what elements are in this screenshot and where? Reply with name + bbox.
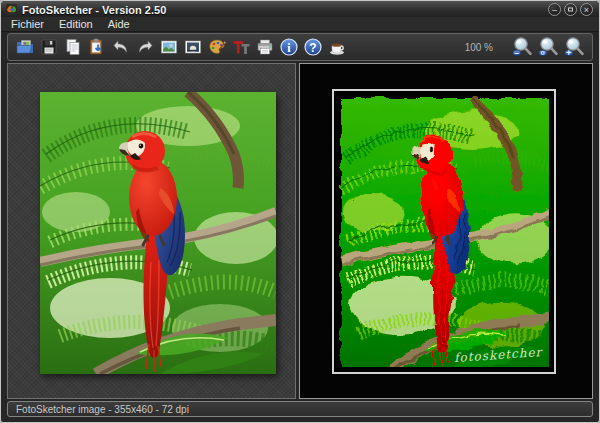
minimize-glyph: – xyxy=(552,4,557,14)
help-icon: ? xyxy=(303,37,323,57)
copy-icon xyxy=(63,37,83,57)
app-logo-icon xyxy=(6,4,17,15)
photo-landscape-icon xyxy=(159,37,179,57)
close-glyph: × xyxy=(584,4,589,14)
app-window: FotoSketcher - Version 2.50 – × Fichier … xyxy=(0,0,600,423)
help-button[interactable]: ? xyxy=(301,35,325,59)
menu-aide[interactable]: Aide xyxy=(108,18,130,30)
photo-dome-icon xyxy=(183,37,203,57)
copy-button[interactable] xyxy=(61,35,85,59)
zoom-out-button[interactable]: − xyxy=(509,35,535,59)
save-image-button[interactable] xyxy=(37,35,61,59)
view-original-button[interactable] xyxy=(157,35,181,59)
open-image-button[interactable] xyxy=(13,35,37,59)
close-button[interactable]: × xyxy=(580,3,593,16)
zoom-level-label: 100 % xyxy=(465,42,493,53)
add-text-button[interactable] xyxy=(229,35,253,59)
status-bar: FotoSketcher image - 355x460 - 72 dpi xyxy=(7,401,593,417)
original-image-panel xyxy=(7,63,296,399)
painted-image-frame: fotosketcher xyxy=(332,89,556,374)
magnifier-plus-icon: + xyxy=(562,35,586,59)
zoom-actual-size-button[interactable] xyxy=(535,35,561,59)
maximize-button[interactable] xyxy=(564,3,577,16)
clipboard-paste-icon xyxy=(87,37,107,57)
coffee-cup-icon xyxy=(327,37,347,57)
undo-arrow-icon xyxy=(111,37,131,57)
menu-fichier[interactable]: Fichier xyxy=(11,18,44,30)
minimize-button[interactable]: – xyxy=(548,3,561,16)
redo-arrow-icon xyxy=(135,37,155,57)
menu-bar: Fichier Edition Aide xyxy=(1,17,599,32)
original-photo xyxy=(40,92,276,374)
title-bar[interactable]: FotoSketcher - Version 2.50 – × xyxy=(1,1,599,17)
donate-coffee-button[interactable] xyxy=(325,35,349,59)
svg-text:−: − xyxy=(514,49,519,58)
floppy-disk-icon xyxy=(39,37,59,57)
menu-edition[interactable]: Edition xyxy=(59,18,93,30)
about-button[interactable]: i xyxy=(277,35,301,59)
zoom-in-button[interactable]: + xyxy=(561,35,587,59)
svg-text:?: ? xyxy=(309,41,316,55)
window-title: FotoSketcher - Version 2.50 xyxy=(22,4,166,16)
parrot-painting-image xyxy=(339,96,549,367)
toolbar-zoom-group: 100 % − + xyxy=(465,35,587,59)
redo-button[interactable] xyxy=(133,35,157,59)
workspace: fotosketcher xyxy=(7,63,593,399)
result-image-panel: fotosketcher xyxy=(299,63,593,399)
svg-text:+: + xyxy=(566,48,571,58)
status-text: FotoSketcher image - 355x460 - 72 dpi xyxy=(16,404,189,415)
toolbar: i ? 100 % − + xyxy=(7,33,593,61)
magnifier-actual-icon xyxy=(536,35,560,59)
printer-icon xyxy=(255,37,275,57)
maximize-glyph xyxy=(568,7,573,11)
undo-button[interactable] xyxy=(109,35,133,59)
paste-button[interactable] xyxy=(85,35,109,59)
print-button[interactable] xyxy=(253,35,277,59)
window-controls: – × xyxy=(548,3,593,16)
info-icon: i xyxy=(279,37,299,57)
view-drawing-button[interactable] xyxy=(181,35,205,59)
open-folder-icon xyxy=(15,37,35,57)
drawing-parameters-button[interactable] xyxy=(205,35,229,59)
text-tt-icon xyxy=(231,37,251,57)
parrot-photo-image xyxy=(40,92,276,374)
magnifier-minus-icon: − xyxy=(510,35,534,59)
palette-icon xyxy=(207,37,227,57)
